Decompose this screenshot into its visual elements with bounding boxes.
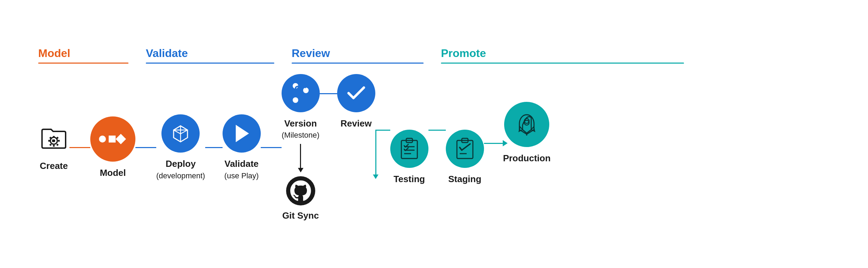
model-circle — [90, 116, 135, 162]
node-label-model: Model — [100, 167, 126, 179]
svg-line-17 — [181, 130, 187, 134]
node-model: Model — [90, 116, 135, 179]
svg-rect-5 — [48, 140, 50, 141]
version-git-container: Version (Milestone) Git Sync — [282, 74, 320, 221]
connector-testing-staging — [428, 130, 446, 131]
phase-underline-validate — [146, 63, 274, 64]
flow-row: Create Model — [38, 74, 830, 221]
svg-marker-13 — [116, 134, 126, 144]
node-staging: Staging — [446, 130, 484, 185]
svg-rect-12 — [109, 136, 116, 143]
staging-circle — [446, 130, 484, 168]
phase-underline-model — [38, 63, 128, 64]
phases-header-row: Model Validate Review Promote — [38, 47, 830, 64]
git-icon-container: Git Sync — [282, 175, 319, 221]
node-label-staging: Staging — [448, 173, 481, 185]
promote-start — [375, 130, 376, 175]
connector-validate-version — [261, 147, 282, 148]
node-label-review: Review — [341, 118, 372, 129]
git-arrow — [298, 168, 303, 172]
phase-underline-promote — [441, 63, 684, 64]
phase-review: Review — [292, 47, 441, 64]
node-label-production: Production — [503, 153, 551, 164]
phase-label-model: Model — [38, 47, 146, 60]
production-circle — [504, 102, 549, 147]
diagram-container: Model Validate Review Promote — [17, 33, 851, 235]
testing-circle — [390, 130, 428, 168]
svg-rect-6 — [58, 140, 60, 141]
git-vertical-line — [300, 144, 301, 168]
phase-model: Model — [38, 47, 146, 64]
promote-arrow-down — [373, 174, 378, 179]
node-version: Version (Milestone) — [282, 74, 320, 140]
version-circle — [282, 74, 320, 112]
phase-promote: Promote — [441, 47, 830, 64]
svg-marker-19 — [236, 125, 249, 142]
promote-vertical-line — [375, 130, 376, 175]
github-icon — [285, 175, 316, 206]
svg-point-22 — [303, 88, 309, 93]
connector-model-deploy — [135, 147, 156, 148]
node-review: Review — [337, 74, 375, 129]
phase-validate: Validate — [146, 47, 292, 64]
git-sync-label: Git Sync — [282, 210, 319, 221]
review-circle — [337, 74, 375, 112]
phase-label-review: Review — [292, 47, 441, 60]
svg-line-18 — [174, 130, 181, 134]
deploy-circle — [161, 114, 200, 153]
node-validate: Validate (use Play) — [223, 114, 261, 181]
node-create: Create — [38, 123, 69, 172]
create-icon — [38, 123, 69, 155]
node-label-version: Version (Milestone) — [282, 118, 319, 140]
svg-rect-4 — [53, 145, 55, 147]
node-label-validate: Validate (use Play) — [224, 158, 259, 181]
validate-circle — [223, 114, 261, 153]
promote-section: Testing Staging — [375, 130, 551, 185]
phase-label-promote: Promote — [441, 47, 830, 60]
svg-rect-3 — [53, 136, 55, 138]
svg-point-11 — [99, 136, 106, 143]
connector-create-model — [69, 147, 90, 148]
node-label-testing: Testing — [393, 173, 425, 185]
svg-point-21 — [293, 97, 298, 103]
node-testing: Testing — [390, 130, 428, 185]
connector-review-testing — [376, 130, 390, 131]
connector-staging-production — [484, 143, 503, 144]
phase-underline-review — [292, 63, 424, 64]
svg-rect-30 — [457, 140, 473, 159]
git-sync-branch: Git Sync — [282, 144, 319, 221]
connector-deploy-validate — [205, 147, 223, 148]
node-production: Production — [503, 102, 551, 164]
node-deploy: Deploy (development) — [156, 114, 205, 181]
node-label-deploy: Deploy (development) — [156, 158, 205, 181]
connector-version-review — [320, 93, 337, 94]
phase-label-validate: Validate — [146, 47, 292, 60]
node-label-create: Create — [40, 160, 68, 172]
svg-rect-8 — [56, 144, 58, 146]
